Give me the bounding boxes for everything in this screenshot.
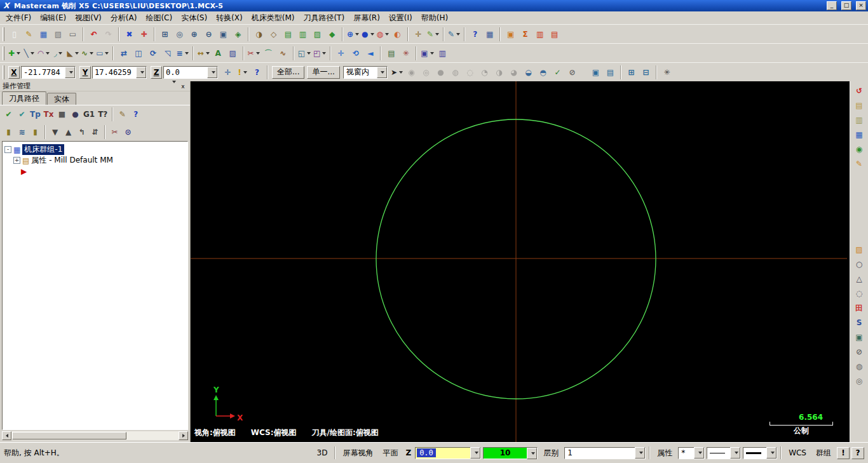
create-chamfer-button[interactable]: ◣ <box>65 46 80 60</box>
menu-item[interactable]: 编辑(E) <box>36 11 71 25</box>
operations-help-button[interactable]: ? <box>129 108 142 121</box>
scroll-right-button[interactable] <box>179 431 188 440</box>
close-button[interactable]: × <box>856 1 866 10</box>
undelete-button[interactable]: ✚ <box>137 27 151 41</box>
machine-group-label[interactable]: 机床群组-1 <box>22 144 64 155</box>
create-arc-button[interactable]: ◠ <box>36 46 51 60</box>
select-all-button[interactable]: 全部... <box>272 66 304 79</box>
x-coordinate-button[interactable]: X <box>8 66 20 79</box>
zoom-fit-button[interactable]: ▣ <box>216 27 231 41</box>
regen-selected-button[interactable]: Tp <box>29 108 42 121</box>
3d-toggle-button[interactable]: 3D <box>313 447 332 459</box>
scrollbar-thumb[interactable] <box>12 432 126 440</box>
blank-entity-button[interactable]: ◎ <box>851 373 867 388</box>
zoom-in-button[interactable]: ⊕ <box>187 27 201 41</box>
tab-solids[interactable]: 实体 <box>47 93 76 105</box>
view-pan-button[interactable]: ✛ <box>334 46 348 60</box>
circle-tool-button[interactable]: ○ <box>851 257 867 271</box>
point-style-combo[interactable]: * <box>678 447 705 459</box>
z-history-dropdown[interactable] <box>207 67 217 78</box>
edit-operations-button[interactable]: ✎ <box>116 108 129 121</box>
z-coordinate-input[interactable]: 0.0 <box>163 66 218 79</box>
post-process-button[interactable]: G1 <box>82 108 96 121</box>
xform-offset-button[interactable]: ≡ <box>175 46 189 60</box>
level-combo[interactable]: 1 <box>564 447 646 459</box>
move-insert-arrow-button[interactable]: ↰ <box>75 126 88 139</box>
quick-mask-clear-button[interactable]: ⊘ <box>565 65 580 79</box>
zoom-target-button[interactable]: ◎ <box>172 27 187 41</box>
properties-label[interactable]: 属性 - Mill Default MM <box>31 155 113 166</box>
attributes-button[interactable]: 属性 <box>653 446 676 460</box>
measure-tool-button[interactable]: ◍ <box>851 359 867 373</box>
undo-button[interactable]: ↶ <box>86 27 101 41</box>
general-selection-button[interactable]: ➤ <box>390 65 404 79</box>
quick-mask-color-button[interactable]: ◒ <box>521 65 536 79</box>
fast-point-button[interactable]: ✛ <box>220 65 235 79</box>
y-history-dropdown[interactable] <box>136 67 146 78</box>
menu-item[interactable]: 实体(S) <box>177 11 212 25</box>
gview-top-button[interactable]: ▤ <box>281 27 295 41</box>
menu-item[interactable]: 视图(V) <box>71 11 106 25</box>
undo-last-button[interactable]: ↺ <box>851 83 867 98</box>
scrollbar-track[interactable] <box>127 432 179 440</box>
line-style-dropdown[interactable] <box>730 447 740 459</box>
dimension-smart-button[interactable]: ↔ <box>196 46 211 60</box>
panel-menu-button[interactable] <box>168 83 177 90</box>
toolbar-grip[interactable] <box>3 65 4 79</box>
menu-item[interactable]: 机床类型(M) <box>247 11 299 25</box>
line-width-dropdown[interactable] <box>766 447 776 459</box>
screen-grid-button[interactable]: ▣ <box>851 330 867 344</box>
quick-help-button[interactable]: ? <box>851 447 864 459</box>
tree-row-insert-position[interactable]: ▶ <box>21 166 186 177</box>
regen-all-dirty-button[interactable]: Tx <box>42 108 55 121</box>
grid-tool-button[interactable]: 田 <box>851 300 867 315</box>
cad-canvas[interactable]: Y X <box>191 81 847 442</box>
ellipse-tool-button[interactable]: ◌ <box>851 286 867 300</box>
trim-break-button[interactable]: ✂ <box>247 46 261 60</box>
notes-button[interactable]: ▥ <box>851 112 867 127</box>
toggle-toolpath-display-button[interactable]: ≋ <box>15 126 29 139</box>
x-coordinate-input[interactable]: -21.7784 <box>21 66 76 79</box>
disable-tool-button[interactable]: ⊘ <box>851 344 867 359</box>
file-merge-button[interactable]: ▧ <box>51 27 65 41</box>
warning-button[interactable]: ! <box>837 447 850 459</box>
window-selection-dropdown[interactable] <box>377 67 387 78</box>
screen-view-button[interactable]: 屏幕视角 <box>339 446 377 460</box>
color-swatch[interactable]: 10 <box>484 448 527 459</box>
xform-translate-button[interactable]: ⇄ <box>116 46 131 60</box>
quick-save-button[interactable]: ▦ <box>851 127 867 142</box>
menu-item[interactable]: 转换(X) <box>212 11 247 25</box>
clipboard-button[interactable]: ▤ <box>851 98 867 112</box>
modify-spline-button[interactable]: ∿ <box>276 46 290 60</box>
line-width-combo[interactable] <box>743 447 777 459</box>
create-spline-button[interactable]: ∿ <box>80 46 95 60</box>
xform-mirror-button[interactable]: ◫ <box>131 46 146 60</box>
z-coordinate-button[interactable]: Z <box>151 66 162 79</box>
move-insert-down-button[interactable]: ▼ <box>48 126 62 139</box>
minimize-button[interactable]: _ <box>827 1 837 10</box>
menu-item[interactable]: 刀具路径(T) <box>299 11 349 25</box>
menu-item[interactable]: 屏幕(R) <box>349 11 384 25</box>
gview-cycle-button[interactable]: ◉ <box>851 142 867 156</box>
print-button[interactable]: ▭ <box>65 27 80 41</box>
select-all-operations-button[interactable]: ✔ <box>2 108 15 121</box>
autocursor-help-button[interactable]: ? <box>250 65 264 79</box>
graphics-viewport[interactable]: Y X 视角:俯视图 WCS:俯视图 刀具/绘图面:俯视图 6.564 公制 <box>191 81 850 442</box>
gview-shaded-button[interactable]: ◑ <box>252 27 266 41</box>
lock-posting-button[interactable]: ▮ <box>29 126 42 139</box>
y-coordinate-input[interactable]: 17.46259 <box>92 66 147 79</box>
analyze-position-button[interactable]: ✛ <box>411 27 426 41</box>
solid-extrude-button[interactable]: ◰ <box>312 46 327 60</box>
color-dropdown[interactable] <box>527 448 537 459</box>
menu-item[interactable]: 分析(A) <box>106 11 142 25</box>
toolbar-grip[interactable] <box>3 27 4 41</box>
select-single-button[interactable]: 单一... <box>307 66 339 79</box>
wcs-button[interactable]: WCS <box>785 447 810 459</box>
surface-create-button[interactable]: ◱ <box>297 46 312 60</box>
join-entities-button[interactable]: ⌒ <box>261 46 276 60</box>
create-point-button[interactable]: ✚ <box>7 46 22 60</box>
drafting-note-button[interactable]: A <box>211 46 226 60</box>
grid-settings-button[interactable]: ▦ <box>482 27 497 41</box>
view-previous-button[interactable]: ◄ <box>363 46 377 60</box>
expand-icon[interactable]: + <box>13 157 20 164</box>
